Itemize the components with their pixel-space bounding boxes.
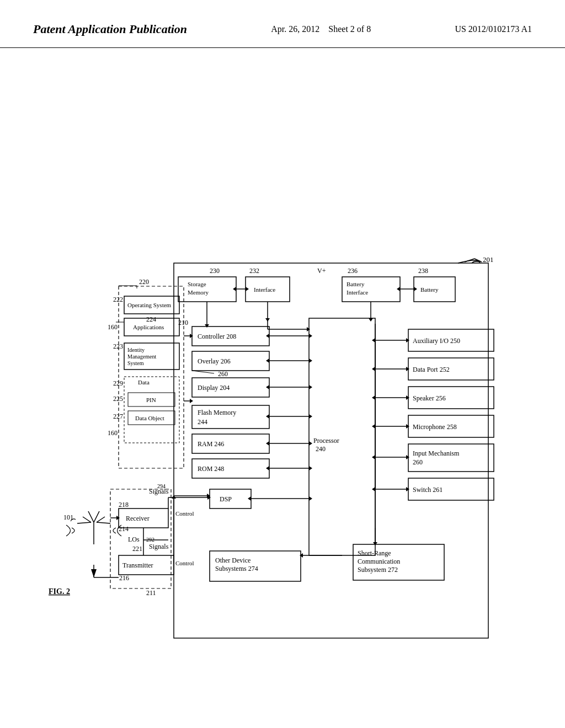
svg-marker-71 <box>309 496 312 501</box>
svg-text:220: 220 <box>139 278 149 286</box>
svg-text:Controller 208: Controller 208 <box>198 333 236 340</box>
svg-marker-49 <box>266 385 269 389</box>
svg-text:Control: Control <box>175 510 194 517</box>
svg-marker-43 <box>309 358 312 363</box>
diagram-area: 201 230 Storage Memory 232 Interface V+ … <box>0 48 565 710</box>
svg-marker-55 <box>266 414 269 419</box>
svg-text:Switch 261: Switch 261 <box>413 486 443 494</box>
svg-text:Interface: Interface <box>254 286 275 293</box>
svg-text:216: 216 <box>119 574 129 582</box>
sheet-info: Sheet 2 of 8 <box>328 24 371 34</box>
svg-marker-141 <box>372 455 375 459</box>
svg-text:211: 211 <box>146 589 156 597</box>
svg-text:Signals: Signals <box>149 543 169 550</box>
svg-marker-124 <box>406 367 409 371</box>
svg-marker-56 <box>309 414 312 419</box>
svg-marker-189 <box>190 334 193 338</box>
svg-text:Communication: Communication <box>358 558 400 565</box>
svg-text:Flash Memory: Flash Memory <box>198 409 236 416</box>
publication-title: Patent Application Publication <box>33 22 187 36</box>
svg-text:160: 160 <box>108 429 118 437</box>
svg-marker-106 <box>116 516 120 520</box>
svg-text:RAM 246: RAM 246 <box>198 440 224 448</box>
svg-line-99 <box>83 517 91 522</box>
svg-text:DSP: DSP <box>220 495 232 503</box>
svg-text:Data Port 252: Data Port 252 <box>413 366 450 373</box>
svg-marker-145 <box>406 487 409 491</box>
svg-text:PIN: PIN <box>146 397 156 403</box>
svg-line-101 <box>77 522 91 523</box>
svg-rect-176 <box>124 377 179 443</box>
svg-marker-158 <box>373 542 377 545</box>
svg-text:Storage: Storage <box>188 281 206 287</box>
svg-text:236: 236 <box>348 267 358 275</box>
svg-text:224: 224 <box>146 315 156 323</box>
svg-marker-70 <box>248 496 251 501</box>
svg-marker-109 <box>91 569 97 577</box>
svg-text:222: 222 <box>113 296 123 303</box>
svg-text:System: System <box>127 360 144 366</box>
svg-marker-21 <box>414 287 417 291</box>
svg-marker-66 <box>309 466 312 470</box>
svg-marker-38 <box>309 334 312 338</box>
svg-text:Operating System: Operating System <box>127 302 172 308</box>
svg-text:223: 223 <box>113 342 123 350</box>
svg-text:Battery: Battery <box>420 286 439 293</box>
svg-text:240: 240 <box>316 445 326 453</box>
svg-marker-135 <box>372 424 375 429</box>
svg-text:Data: Data <box>138 379 150 386</box>
svg-marker-125 <box>372 367 375 371</box>
svg-text:Memory: Memory <box>188 289 209 296</box>
svg-text:LOs: LOs <box>128 536 140 543</box>
svg-text:Subsystems 274: Subsystems 274 <box>215 565 258 572</box>
svg-marker-22 <box>397 287 400 291</box>
svg-marker-146 <box>372 487 375 491</box>
svg-text:218: 218 <box>119 501 129 508</box>
svg-marker-37 <box>266 334 269 338</box>
svg-text:Applications: Applications <box>133 324 164 330</box>
patent-number: US 2012/0102173 A1 <box>455 22 532 34</box>
svg-marker-187 <box>190 399 193 403</box>
svg-marker-140 <box>406 455 409 459</box>
svg-text:Auxiliary I/O 250: Auxiliary I/O 250 <box>413 337 460 345</box>
svg-text:260: 260 <box>413 458 423 466</box>
svg-text:238: 238 <box>418 267 428 275</box>
svg-text:Data Object: Data Object <box>135 415 164 421</box>
svg-text:Identity: Identity <box>127 347 145 353</box>
svg-line-102 <box>97 522 110 523</box>
svg-text:Other Device: Other Device <box>215 556 250 564</box>
svg-text:FIG. 2: FIG. 2 <box>49 587 70 596</box>
svg-text:244: 244 <box>198 418 207 426</box>
svg-marker-11 <box>233 287 236 291</box>
svg-text:ROM 248: ROM 248 <box>198 465 224 473</box>
svg-text:Input Mechanism: Input Mechanism <box>413 449 460 457</box>
svg-text:V+: V+ <box>317 267 326 275</box>
svg-line-100 <box>97 517 105 522</box>
svg-text:232: 232 <box>249 267 259 275</box>
svg-text:Speaker 256: Speaker 256 <box>413 394 446 402</box>
svg-text:Transmitter: Transmitter <box>122 561 153 569</box>
svg-text:260: 260 <box>218 370 228 378</box>
patent-diagram: 201 230 Storage Memory 232 Interface V+ … <box>0 48 565 710</box>
publication-date: Apr. 26, 2012 <box>271 24 319 34</box>
svg-text:201: 201 <box>483 255 494 264</box>
svg-marker-32 <box>307 327 310 331</box>
svg-text:229: 229 <box>113 379 123 387</box>
svg-text:221: 221 <box>132 545 142 553</box>
svg-marker-50 <box>309 385 312 389</box>
svg-text:Processor: Processor <box>313 437 339 445</box>
svg-marker-26 <box>369 318 373 322</box>
svg-marker-129 <box>406 395 409 400</box>
svg-text:Short-Range: Short-Range <box>358 549 391 557</box>
svg-text:Receiver: Receiver <box>126 515 150 522</box>
svg-text:225: 225 <box>113 395 123 403</box>
svg-marker-130 <box>372 395 375 400</box>
svg-text:Subsystem 272: Subsystem 272 <box>358 566 398 574</box>
svg-rect-136 <box>408 444 494 472</box>
svg-marker-10 <box>246 287 249 291</box>
svg-text:Microphone 258: Microphone 258 <box>413 423 457 431</box>
svg-text:Battery: Battery <box>347 281 365 287</box>
svg-marker-119 <box>406 338 409 342</box>
svg-marker-152 <box>300 553 303 558</box>
svg-marker-120 <box>372 338 375 342</box>
